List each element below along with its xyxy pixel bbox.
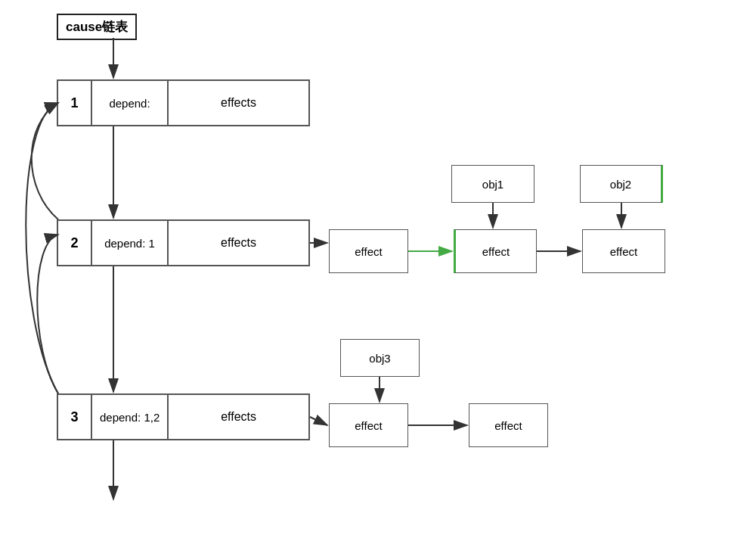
- effect-2a: effect: [329, 229, 408, 273]
- node2-depend: depend: 1: [92, 221, 168, 265]
- cause-label: cause链表: [57, 14, 137, 40]
- node-1: 1 depend: effects: [57, 79, 310, 126]
- node3-depend: depend: 1,2: [92, 395, 168, 439]
- obj3-box: obj3: [340, 339, 420, 377]
- svg-line-11: [310, 417, 327, 425]
- node2-num: 2: [58, 221, 92, 265]
- node3-effects: effects: [168, 395, 308, 439]
- node1-effects: effects: [168, 81, 308, 125]
- node1-num: 1: [58, 81, 92, 125]
- node2-effects: effects: [168, 221, 308, 265]
- node-3: 3 depend: 1,2 effects: [57, 393, 310, 440]
- effect-2b: effect: [454, 229, 537, 273]
- effect-2c: effect: [582, 229, 665, 273]
- effect-3a: effect: [329, 403, 408, 447]
- obj1-box: obj1: [451, 165, 534, 203]
- node1-depend: depend:: [92, 81, 168, 125]
- effect-3b: effect: [469, 403, 548, 447]
- node3-num: 3: [58, 395, 92, 439]
- obj2-box: obj2: [580, 165, 663, 203]
- node-2: 2 depend: 1 effects: [57, 219, 310, 266]
